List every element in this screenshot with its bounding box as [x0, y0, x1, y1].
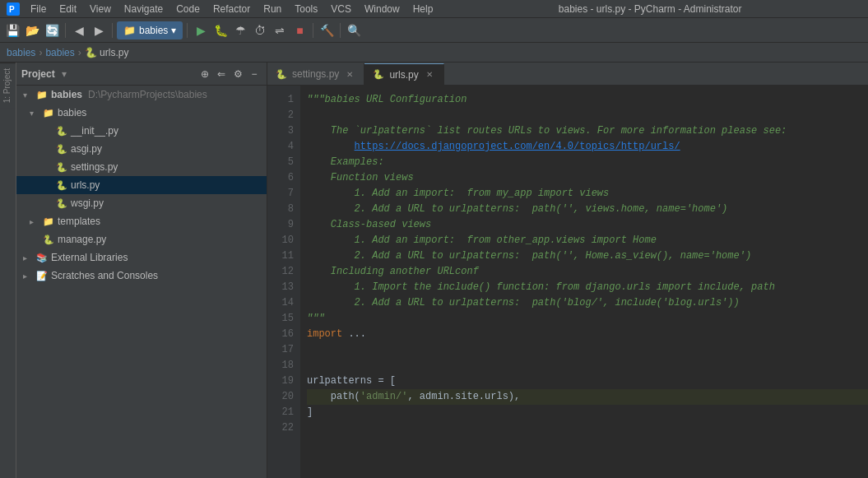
- breadcrumb-sep1: ›: [39, 47, 42, 58]
- menu-code[interactable]: Code: [170, 2, 206, 16]
- window-title: babies - urls.py - PyCharm - Administrat…: [439, 3, 861, 15]
- debug-btn[interactable]: 🐛: [211, 21, 230, 39]
- build-btn[interactable]: 🔨: [318, 21, 336, 39]
- line-20: path('admin/', admin.site.urls),: [307, 389, 868, 405]
- breadcrumb-babies-root[interactable]: babies: [7, 47, 35, 58]
- line-1: """babies URL Configuration: [307, 92, 868, 108]
- breadcrumb-urls: 🐍 urls.py: [85, 47, 129, 58]
- arrow-babies-root: ▾: [23, 90, 33, 100]
- menu-view[interactable]: View: [84, 2, 117, 16]
- tree-item-manage-py[interactable]: 🐍 manage.py: [16, 230, 267, 248]
- line-3: The `urlpatterns` list routes URLs to vi…: [307, 123, 868, 139]
- menu-help[interactable]: Help: [407, 2, 439, 16]
- open-btn[interactable]: 📂: [23, 21, 41, 39]
- tree-label-urls: urls.py: [71, 179, 100, 191]
- tree-item-settings-py[interactable]: 🐍 settings.py: [16, 158, 267, 176]
- tree-item-urls-py[interactable]: 🐍 urls.py: [16, 176, 267, 194]
- search-btn[interactable]: 🔍: [345, 21, 363, 39]
- line-14: 2. Add a URL to urlpatterns: path('blog/…: [307, 295, 868, 311]
- menu-refactor[interactable]: Refactor: [207, 2, 256, 16]
- project-name: babies: [139, 25, 168, 36]
- ext-lib-icon: 📚: [35, 251, 49, 264]
- line-8: 2. Add a URL to urlpatterns: path('', vi…: [307, 202, 868, 217]
- breadcrumb-sep2: ›: [78, 47, 81, 58]
- line-9: Class-based views: [307, 217, 868, 233]
- menu-edit[interactable]: Edit: [53, 2, 82, 16]
- tab-settings-label: settings.py: [292, 68, 339, 80]
- back-btn[interactable]: ◀: [70, 21, 88, 39]
- tree-item-templates[interactable]: ▸ 📁 templates: [16, 212, 267, 230]
- line-21: ]: [307, 405, 868, 420]
- stop-btn[interactable]: ■: [290, 21, 309, 39]
- py-icon-urls: 🐍: [55, 179, 68, 192]
- collapse-btn[interactable]: ⇐: [214, 67, 229, 81]
- code-editor[interactable]: 12345 678910 1112131415 1617181920 2122 …: [267, 86, 868, 478]
- sidebar-header-icons: ⊕ ⇐ ⚙ −: [197, 67, 262, 81]
- tree-label-external-lib: External Libraries: [51, 252, 128, 263]
- project-dropdown[interactable]: 📁 babies ▾: [117, 21, 183, 39]
- title-bar: P File Edit View Navigate Code Refactor …: [0, 0, 868, 18]
- line-22: [307, 420, 868, 436]
- save-btn[interactable]: 💾: [3, 21, 21, 39]
- sep3: [187, 23, 188, 38]
- forward-btn[interactable]: ▶: [90, 21, 108, 39]
- code-content[interactable]: """babies URL Configuration The `urlpatt…: [300, 86, 868, 478]
- menu-bar: File Edit View Navigate Code Refactor Ru…: [25, 2, 439, 16]
- menu-tools[interactable]: Tools: [289, 2, 323, 16]
- project-sidebar: Project ▾ ⊕ ⇐ ⚙ − ▾ 📁 babies D:\PycharmP…: [16, 63, 267, 478]
- menu-file[interactable]: File: [25, 2, 52, 16]
- tab-settings-close[interactable]: ✕: [344, 68, 355, 80]
- scratches-icon: 📝: [35, 269, 49, 282]
- menu-navigate[interactable]: Navigate: [118, 2, 169, 16]
- py-icon-init: 🐍: [55, 124, 68, 137]
- sep2: [112, 23, 113, 38]
- tree-label-init: __init__.py: [71, 125, 118, 137]
- tree-item-wsgi-py[interactable]: 🐍 wsgi.py: [16, 194, 267, 212]
- project-tab[interactable]: 1: Project: [0, 63, 16, 108]
- tree-item-scratches[interactable]: ▸ 📝 Scratches and Consoles: [16, 267, 267, 285]
- toolbar: 💾 📂 🔄 ◀ ▶ 📁 babies ▾ ▶ 🐛 ☂ ⏱ ⇌ ■ 🔨 🔍: [0, 18, 868, 43]
- line-16: import ...: [307, 327, 868, 342]
- coverage-btn[interactable]: ☂: [231, 21, 249, 39]
- menu-run[interactable]: Run: [258, 2, 287, 16]
- line-10: 1. Add an import: from other_app.views i…: [307, 233, 868, 248]
- line-19: urlpatterns = [: [307, 374, 868, 389]
- tab-urls[interactable]: 🐍 urls.py ✕: [364, 63, 443, 85]
- concurrency-btn[interactable]: ⇌: [271, 21, 289, 39]
- tree-label-babies-root: babies: [51, 89, 82, 100]
- tree-item-babies-root[interactable]: ▾ 📁 babies D:\PycharmProjects\babies: [16, 86, 267, 104]
- tree-item-babies-folder[interactable]: ▾ 📁 babies: [16, 104, 267, 122]
- line-18: [307, 358, 868, 374]
- tree-label-babies-folder: babies: [58, 107, 86, 118]
- arrow-scratches: ▸: [23, 271, 33, 281]
- sep1: [65, 23, 66, 38]
- menu-vcs[interactable]: VCS: [325, 2, 357, 16]
- py-icon-settings: 🐍: [55, 160, 68, 174]
- locate-btn[interactable]: ⊕: [197, 67, 212, 81]
- breadcrumb: babies › babies › 🐍 urls.py: [0, 43, 868, 63]
- py-icon-manage: 🐍: [42, 233, 55, 246]
- tree-item-external-lib[interactable]: ▸ 📚 External Libraries: [16, 248, 267, 267]
- tree-label-settings: settings.py: [71, 161, 118, 173]
- hide-btn[interactable]: −: [247, 67, 262, 81]
- svg-text:P: P: [9, 5, 15, 14]
- folder-icon-templates: 📁: [42, 215, 55, 228]
- settings-btn[interactable]: ⚙: [230, 67, 245, 81]
- run-btn[interactable]: ▶: [192, 21, 210, 39]
- line-4: https://docs.djangoproject.com/en/4.0/to…: [307, 139, 868, 155]
- breadcrumb-babies[interactable]: babies: [45, 47, 74, 58]
- line-15: """: [307, 311, 868, 327]
- sync-btn[interactable]: 🔄: [43, 21, 61, 39]
- tab-settings[interactable]: 🐍 settings.py ✕: [267, 63, 364, 85]
- line-7: 1. Add an import: from my_app import vie…: [307, 186, 868, 202]
- arrow-templates: ▸: [30, 217, 39, 226]
- menu-window[interactable]: Window: [359, 2, 406, 16]
- tree-path-babies-root: D:\PycharmProjects\babies: [88, 89, 207, 100]
- tree-item-asgi-py[interactable]: 🐍 asgi.py: [16, 140, 267, 158]
- tree-label-scratches: Scratches and Consoles: [51, 270, 158, 281]
- profile-btn[interactable]: ⏱: [251, 21, 269, 39]
- tree-item-init-py[interactable]: 🐍 __init__.py: [16, 122, 267, 140]
- line-6: Function views: [307, 170, 868, 186]
- line-11: 2. Add a URL to urlpatterns: path('', Ho…: [307, 248, 868, 264]
- tab-urls-close[interactable]: ✕: [424, 69, 435, 81]
